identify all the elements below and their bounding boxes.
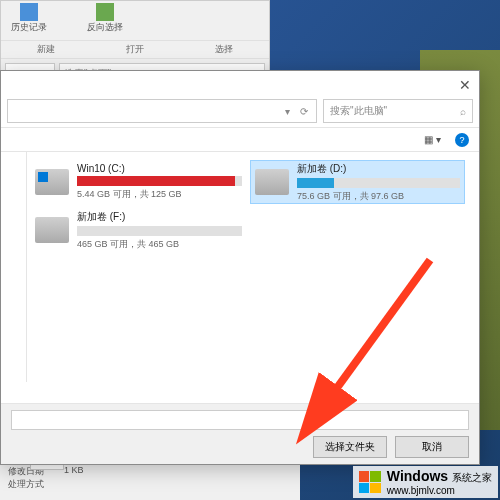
drive-icon [255, 169, 289, 195]
windows-logo-icon [359, 471, 381, 493]
drive-item[interactable]: Win10 (C:) 5.44 GB 可用，共 125 GB [31, 160, 246, 204]
group-open: 打开 [126, 43, 144, 56]
watermark-brand: Windows 系统之家 [387, 468, 492, 485]
ribbon-history-label: 历史记录 [11, 21, 47, 34]
drives-area: Win10 (C:) 5.44 GB 可用，共 125 GB 新加卷 (D:) … [27, 152, 479, 382]
drive-stats: 75.6 GB 可用，共 97.6 GB [297, 190, 460, 203]
drive-usage-bar [77, 226, 242, 236]
close-button[interactable]: ✕ [459, 77, 471, 93]
ribbon-history[interactable]: 历史记录 [11, 3, 47, 38]
watermark: Windows 系统之家 www.bjmlv.com [353, 466, 498, 498]
dropdown-icon[interactable]: ▾ [285, 106, 290, 117]
ribbon-invert-select[interactable]: 反向选择 [87, 3, 123, 38]
drive-usage-bar [77, 176, 242, 186]
view-options-button[interactable]: ▦ ▾ [418, 132, 447, 147]
ribbon-groups: 新建 打开 选择 [1, 41, 269, 59]
invert-icon [96, 3, 114, 21]
drive-stats: 5.44 GB 可用，共 125 GB [77, 188, 242, 201]
drive-item[interactable]: 新加卷 (F:) 465 GB 可用，共 465 GB [31, 208, 246, 252]
detail-link-label: 处理方式 [8, 478, 44, 491]
dialog-search-placeholder: 搜索"此电脑" [330, 104, 387, 118]
dialog-sidebar[interactable] [1, 152, 27, 382]
history-icon [20, 3, 38, 21]
drive-name: 新加卷 (F:) [77, 210, 242, 224]
drive-item[interactable]: 新加卷 (D:) 75.6 GB 可用，共 97.6 GB [250, 160, 465, 204]
folder-name-input[interactable] [11, 410, 469, 430]
close-icon: ✕ [459, 77, 471, 93]
ribbon: 历史记录 反向选择 [1, 1, 269, 41]
cancel-button[interactable]: 取消 [395, 436, 469, 458]
search-icon: ⌕ [460, 106, 466, 117]
dialog-search-box[interactable]: 搜索"此电脑" ⌕ [323, 99, 473, 123]
dialog-path-box[interactable]: ▾ ⟳ [7, 99, 317, 123]
ribbon-invert-label: 反向选择 [87, 21, 123, 34]
refresh-icon[interactable]: ⟳ [300, 106, 308, 117]
drive-icon [35, 169, 69, 195]
drive-name: 新加卷 (D:) [297, 162, 460, 176]
drive-icon [35, 217, 69, 243]
group-new: 新建 [37, 43, 55, 56]
drive-usage-bar [297, 178, 460, 188]
group-select: 选择 [215, 43, 233, 56]
help-icon[interactable]: ? [455, 133, 469, 147]
folder-picker-dialog: ✕ ▾ ⟳ 搜索"此电脑" ⌕ ▦ ▾ ? Win10 (C:) 5.44 GB… [0, 70, 480, 465]
drive-stats: 465 GB 可用，共 465 GB [77, 238, 242, 251]
detail-size: 1 KB [64, 465, 84, 475]
drive-name: Win10 (C:) [77, 163, 242, 174]
select-folder-button[interactable]: 选择文件夹 [313, 436, 387, 458]
watermark-url: www.bjmlv.com [387, 485, 492, 496]
